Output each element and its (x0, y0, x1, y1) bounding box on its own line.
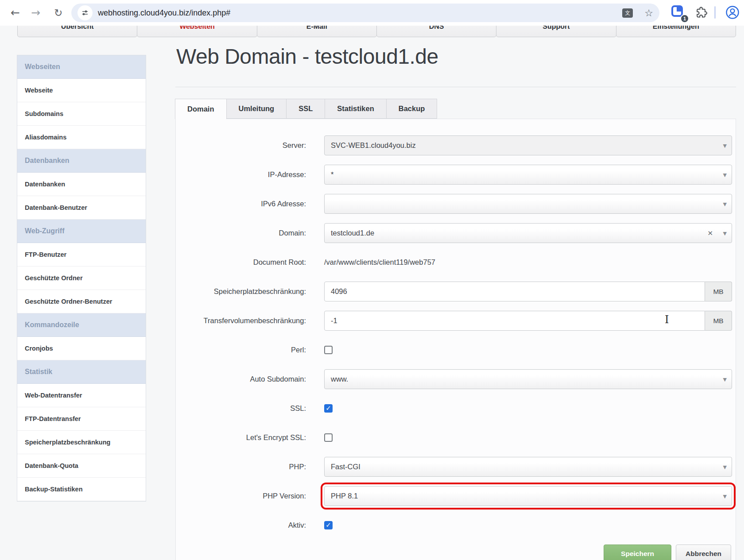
tab-umleitung[interactable]: Umleitung (226, 99, 287, 119)
ip-value: * (331, 170, 333, 178)
form-row-auto-subdomain: Auto Subdomain: www. ▼ (176, 369, 736, 389)
chevron-down-icon: ▼ (723, 224, 727, 243)
ssl-label: SSL: (176, 398, 306, 418)
translate-icon[interactable]: 文 (622, 8, 633, 18)
reload-icon[interactable]: ↻ (54, 7, 62, 19)
ip-select[interactable]: * ▼ (324, 165, 732, 185)
form-actions: Speichern Abbrechen (176, 545, 736, 560)
site-info-icon[interactable] (78, 5, 93, 20)
chevron-down-icon: ▼ (723, 194, 727, 214)
form-row-letsencrypt: Let's Encrypt SSL: (176, 428, 736, 448)
sidebar-item-cronjobs[interactable]: Cronjobs (17, 337, 146, 360)
chevron-down-icon: ▼ (723, 165, 727, 185)
nav-tab-einstellungen[interactable]: Einstellungen (616, 26, 736, 37)
ip-label: IP-Adresse: (176, 165, 306, 185)
sidebar-item-geschuetzte-ordner-benutzer[interactable]: Geschützte Ordner-Benutzer (17, 290, 146, 313)
profile-icon[interactable] (725, 5, 740, 19)
form-row-aktiv: Aktiv: ✓ (176, 515, 736, 535)
nav-tab-webseiten[interactable]: Webseiten (137, 26, 257, 37)
form-row-ssl: SSL: ✓ (176, 398, 736, 418)
nav-tab-support[interactable]: Support (496, 26, 616, 37)
quota-input[interactable]: 4096 (324, 282, 705, 301)
sidebar-item-subdomains[interactable]: Subdomains (17, 102, 146, 126)
form-row-ip: IP-Adresse: * ▼ (176, 165, 736, 185)
php-select[interactable]: Fast-CGI ▼ (324, 457, 732, 477)
sidebar-item-datenbank-benutzer[interactable]: Datenbank-Benutzer (17, 196, 146, 220)
browser-toolbar: ← → ↻ webhosting.cloud4you.biz/index.php… (0, 0, 744, 26)
traffic-label: Transfervolumenbeschränkung: (176, 311, 306, 331)
tune-icon (81, 9, 89, 17)
chevron-down-icon: ▼ (723, 136, 727, 155)
server-select[interactable]: SVC-WEB1.cloud4you.biz ▼ (324, 135, 732, 155)
perl-label: Perl: (176, 340, 306, 360)
sidebar-item-aliasdomains[interactable]: Aliasdomains (17, 126, 146, 149)
cancel-button[interactable]: Abbrechen (676, 545, 731, 560)
sidebar-header-web-zugriff: Web-Zugriff (17, 220, 146, 243)
form-row-ipv6: IPv6 Adresse: ▼ (176, 194, 736, 214)
address-bar[interactable]: webhosting.cloud4you.biz/index.php# 文 ☆ (71, 4, 659, 22)
ssl-checkbox[interactable]: ✓ (324, 404, 333, 413)
ipv6-label: IPv6 Adresse: (176, 194, 306, 214)
bookmark-star-icon[interactable]: ☆ (644, 8, 653, 19)
sidebar-item-web-datentransfer[interactable]: Web-Datentransfer (17, 384, 146, 407)
nav-tab-email[interactable]: E-Mail (257, 26, 377, 37)
sidebar-item-ftp-datentransfer[interactable]: FTP-Datentransfer (17, 407, 146, 431)
sidebar-item-ftp-benutzer[interactable]: FTP-Benutzer (17, 243, 146, 266)
aktiv-label: Aktiv: (176, 515, 306, 535)
ipv6-select[interactable]: ▼ (324, 194, 732, 214)
domain-form: Server: SVC-WEB1.cloud4you.biz ▼ IP-Adre… (176, 119, 736, 560)
server-value: SVC-WEB1.cloud4you.biz (331, 141, 416, 149)
sidebar-header-datenbanken: Datenbanken (17, 149, 146, 173)
tab-domain[interactable]: Domain (175, 99, 227, 119)
extensions-puzzle-icon[interactable] (695, 6, 708, 19)
sidebar-header-kommandozeile: Kommandozeile (17, 313, 146, 337)
sidebar-item-speicherplatzbeschraenkung[interactable]: Speicherplatzbeschränkung (17, 431, 146, 454)
forward-icon[interactable]: → (31, 7, 40, 19)
pinned-extension-button[interactable]: 1 (671, 5, 686, 20)
chevron-down-icon: ▼ (723, 370, 727, 389)
nav-tab-uebersicht[interactable]: Übersicht (17, 26, 137, 37)
auto-subdomain-select[interactable]: www. ▼ (324, 369, 732, 389)
extension-badge: 1 (680, 14, 689, 23)
form-row-php-version: PHP Version: PHP 8.1 ▼ (176, 486, 736, 506)
document-root-label: Document Root: (176, 252, 306, 272)
aktiv-checkbox[interactable]: ✓ (324, 521, 333, 529)
letsencrypt-checkbox[interactable] (324, 433, 333, 442)
content-tabs: Domain Umleitung SSL Statistiken Backup (175, 99, 437, 119)
sidebar-item-backup-statistiken[interactable]: Backup-Statistiken (17, 478, 146, 501)
tab-statistiken[interactable]: Statistiken (325, 99, 386, 119)
title-divider (175, 87, 736, 87)
form-row-traffic: Transfervolumenbeschränkung: -1 MB (176, 311, 736, 331)
chevron-down-icon: ▼ (723, 487, 727, 506)
text-cursor: I (665, 313, 669, 326)
chevron-down-icon: ▼ (723, 457, 727, 477)
perl-checkbox[interactable] (324, 346, 333, 354)
sidebar-item-geschuetzte-ordner[interactable]: Geschützte Ordner (17, 266, 146, 290)
form-row-quota: Speicherplatzbeschränkung: 4096 MB (176, 282, 736, 301)
tab-backup[interactable]: Backup (386, 99, 438, 119)
clear-icon[interactable]: ✕ (707, 224, 713, 243)
domain-form-panel: Server: SVC-WEB1.cloud4you.biz ▼ IP-Adre… (175, 119, 736, 560)
nav-tab-dns[interactable]: DNS (376, 26, 496, 37)
app-navigation: Übersicht Webseiten E-Mail DNS Support E… (0, 26, 744, 37)
sidebar-header-webseiten: Webseiten (17, 55, 146, 79)
url-text[interactable]: webhosting.cloud4you.biz/index.php# (98, 8, 618, 18)
quota-label: Speicherplatzbeschränkung: (176, 282, 306, 301)
php-version-value: PHP 8.1 (331, 492, 358, 500)
sidebar-item-datenbank-quota[interactable]: Datenbank-Quota (17, 454, 146, 478)
sidebar: Webseiten Webseite Subdomains Aliasdomai… (17, 55, 146, 502)
php-label: PHP: (176, 457, 306, 477)
sidebar-item-webseite[interactable]: Webseite (17, 79, 146, 102)
server-label: Server: (176, 135, 306, 155)
domain-label: Domain: (176, 223, 306, 243)
auto-subdomain-label: Auto Subdomain: (176, 369, 306, 389)
form-row-document-root: Document Root: /var/www/clients/client11… (176, 252, 736, 272)
save-button[interactable]: Speichern (604, 545, 671, 560)
php-version-select[interactable]: PHP 8.1 ▼ (324, 486, 732, 506)
traffic-unit: MB (705, 311, 732, 331)
traffic-input[interactable]: -1 (324, 311, 705, 331)
domain-combobox[interactable]: testcloud1.de ✕ ▼ (324, 223, 732, 243)
back-icon[interactable]: ← (11, 7, 20, 19)
tab-ssl[interactable]: SSL (286, 99, 325, 119)
sidebar-item-datenbanken[interactable]: Datenbanken (17, 173, 146, 196)
